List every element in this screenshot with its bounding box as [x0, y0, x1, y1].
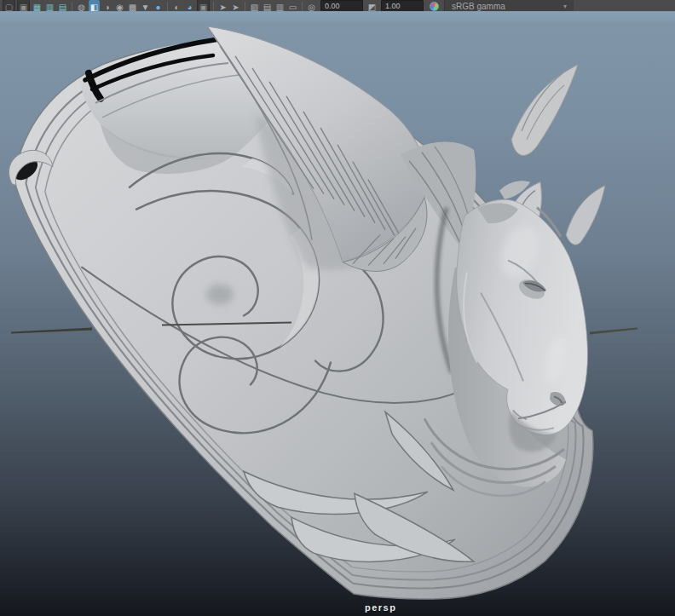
far-wing-tip [511, 65, 578, 156]
occlusion-sphere-icon[interactable]: ◕ [184, 0, 195, 12]
toolbar-separator [245, 2, 245, 12]
default-material-sphere-icon[interactable]: ◉ [114, 0, 125, 12]
snapshot-frame-icon[interactable]: ▭ [287, 0, 298, 12]
smooth-shade-all-icon[interactable]: ◧ [89, 0, 100, 12]
wireframe-sphere-icon[interactable]: ◍ [76, 0, 87, 12]
toolbar-separator [167, 2, 168, 12]
shadows-sphere-icon[interactable]: ◐ [171, 0, 182, 12]
chevron-down-icon: ▾ [563, 3, 567, 10]
isolate-select-icon[interactable]: ▧ [249, 0, 260, 12]
use-all-lights-icon[interactable]: ▼ [140, 0, 151, 12]
wireframe-on-shaded-icon[interactable]: ◑ [101, 0, 112, 12]
checker-texture-icon[interactable]: ▩ [127, 0, 138, 12]
fog-slot-button[interactable]: ▣ [197, 0, 210, 12]
viewport-canvas[interactable] [0, 12, 675, 616]
film-gate-icon[interactable]: ▥ [44, 0, 55, 12]
gamma-field[interactable] [381, 0, 424, 12]
toolbar-icons: ▢▣▦▥▤◍◧◑◉▩▼●◐◕▣➤➤▧▤▥▭◎ [2, 0, 318, 11]
maya-viewport-window: { "window": { "title": "Maya perspective… [0, 0, 675, 616]
copy-buffer-icon[interactable]: ▤ [262, 0, 273, 12]
panel-toolbar: ▢▣▦▥▤◍◧◑◉▩▼●◐◕▣➤➤▧▤▥▭◎ ◩ sRGB gamma ▾ [0, 0, 675, 12]
color-management-icon[interactable] [430, 2, 439, 11]
perspective-viewport[interactable]: persp [0, 12, 675, 616]
resolution-gate-icon[interactable]: ▤ [57, 0, 68, 12]
xray-active-components-icon[interactable]: ➤ [230, 0, 241, 12]
toolbar-separator [302, 2, 303, 12]
view-transform-dropdown[interactable]: sRGB gamma ▾ [444, 0, 574, 11]
camera-attributes-button[interactable]: ▢ [3, 0, 15, 12]
camera-name-label: persp [365, 602, 396, 613]
textured-sphere-icon[interactable]: ● [153, 0, 164, 12]
toolbar-separator [213, 2, 214, 12]
toolbar-separator [72, 2, 72, 12]
exposure-icon[interactable]: ◎ [306, 0, 317, 12]
bookmarks-button[interactable]: ▣ [17, 0, 30, 12]
view-transform-value: sRGB gamma [452, 1, 505, 12]
image-plane-icon[interactable]: ▦ [32, 0, 43, 12]
paste-buffer-icon[interactable]: ▥ [274, 0, 286, 12]
xray-cursor-icon[interactable]: ➤ [217, 0, 228, 12]
gamma-icon[interactable]: ◩ [366, 0, 378, 12]
exposure-field[interactable] [320, 0, 363, 12]
